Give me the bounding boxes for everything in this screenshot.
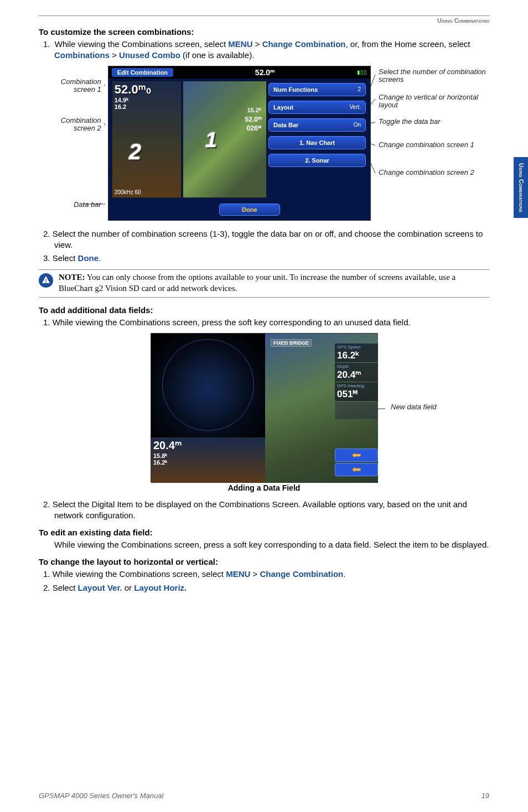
heading-add-fields: To add additional data fields:: [39, 305, 489, 315]
data-fields-column: GPS Speed 16.2ᵏ Depth 20.4ᵐ GPS Heading …: [335, 343, 378, 476]
panel-radar-sonar: 20.4ᵐ 15.8ᵏ 16.2ᵏ: [151, 334, 265, 483]
page-number: 19: [482, 792, 489, 800]
svg-line-7: [370, 161, 375, 173]
btn-num-functions[interactable]: Num Functions 2: [268, 83, 366, 96]
svg-line-5: [370, 122, 375, 123]
callout-new-data-field: New data field: [391, 403, 436, 411]
callout-change-s1: Change combination screen 1: [379, 141, 474, 149]
callouts-right: Select the number of combination screens…: [374, 66, 489, 221]
heading-edit-field: To edit an existing data field:: [39, 528, 489, 537]
titlebar: Edit Combination 52.0ᵐ ▮▯▯: [108, 66, 370, 79]
diagram-edit-combination: Combination screen 1 Combination screen …: [39, 66, 489, 221]
callout-change-s2: Change combination screen 2: [379, 169, 474, 177]
running-header: Using Combinations: [39, 17, 489, 24]
callout-toggle-databar: Toggle the data bar: [379, 118, 441, 126]
svg-line-3: [370, 75, 375, 89]
softkey-2[interactable]: [335, 463, 378, 476]
preview-area: 52.0ᵐ₀ 14.9ᵏ 16.2 2 200kHz 60 15.2ᵏ 52.0…: [112, 81, 267, 198]
btn-screen2-sonar[interactable]: 2. Sonar: [268, 154, 366, 167]
note-text: NOTE: You can only choose from the optio…: [59, 272, 489, 294]
footer-title: GPSMAP 4000 Series Owner's Manual: [39, 792, 163, 800]
svg-line-6: [370, 143, 375, 145]
data-field-empty[interactable]: [335, 402, 378, 419]
step-1: 1. While viewing the Combinations screen…: [41, 39, 489, 61]
btn-layout[interactable]: Layout Vert.: [268, 101, 366, 114]
step-8: 2. Select Layout Ver. or Layout Horiz.: [41, 582, 489, 594]
btn-screen1-navchart[interactable]: 1. Nav Chart: [268, 136, 366, 149]
figure-caption: Adding a Data Field: [39, 483, 489, 492]
step-4: 1. While viewing the Combinations screen…: [41, 317, 489, 328]
step-num: 1.: [43, 39, 50, 49]
svg-line-4: [370, 99, 375, 106]
heading-change-layout: To change the layout to horizontal or ve…: [39, 557, 489, 566]
svg-marker-8: [353, 452, 361, 457]
step-7: 1. While viewing the Combinations screen…: [41, 569, 489, 580]
step-5: 2. Select the Digital Item to be display…: [41, 499, 489, 522]
side-tab: Using Combinations: [514, 157, 528, 218]
menu-buttons: Num Functions 2 Layout Vert. Data Bar On…: [268, 83, 366, 171]
svg-line-1: [104, 123, 105, 132]
titlebar-title: Edit Combination: [112, 68, 173, 77]
preview-navchart: 15.2ᵏ 52.0ᵐ 026ᴹ 1: [183, 81, 267, 198]
sonar-mini: 20.4ᵐ 15.8ᵏ 16.2ᵏ: [151, 438, 265, 483]
diagram-add-data-field: 20.4ᵐ 15.8ᵏ 16.2ᵏ FIXED BRIDGE GPS Speed…: [39, 333, 489, 482]
page-footer: GPSMAP 4000 Series Owner's Manual 19: [39, 792, 489, 800]
screenshot-edit-combination: Edit Combination 52.0ᵐ ▮▯▯ 52.0ᵐ₀ 14.9ᵏ …: [108, 66, 371, 221]
data-field-gps-heading[interactable]: GPS Heading 051ᴹ: [335, 382, 378, 401]
btn-done[interactable]: Done: [219, 204, 280, 216]
svg-marker-9: [353, 467, 361, 472]
step-2: 2. Select the number of combination scre…: [41, 228, 489, 251]
callout-vertlayout: Change to vertical or horizontal layout: [379, 93, 489, 110]
preview-sonar: 52.0ᵐ₀ 14.9ᵏ 16.2 2 200kHz 60: [112, 81, 182, 198]
data-field-gps-speed[interactable]: GPS Speed 16.2ᵏ: [335, 343, 378, 362]
softkey-1[interactable]: [335, 449, 378, 462]
note-box: NOTE: You can only choose from the optio…: [39, 269, 489, 298]
label-fixed-bridge: FIXED BRIDGE: [271, 339, 312, 347]
step-text: While viewing the Combinations screen, s…: [54, 39, 470, 60]
radar-sweep: [162, 339, 254, 431]
note-icon: [39, 273, 53, 288]
heading-customize: To customize the screen combinations:: [39, 27, 489, 37]
titlebar-depth: 52.0ᵐ: [255, 68, 275, 77]
data-field-depth[interactable]: Depth 20.4ᵐ: [335, 363, 378, 382]
panel-chart: FIXED BRIDGE GPS Speed 16.2ᵏ Depth 20.4ᵐ…: [265, 334, 378, 483]
header-rule: [39, 15, 489, 16]
screenshot-combinations: 20.4ᵐ 15.8ᵏ 16.2ᵏ FIXED BRIDGE GPS Speed…: [151, 333, 377, 482]
step-6: While viewing the Combinations screen, p…: [41, 539, 489, 550]
callouts-left: Combination screen 1 Combination screen …: [39, 66, 105, 221]
btn-data-bar[interactable]: Data Bar On: [268, 118, 366, 132]
signal-icon: ▮▯▯: [357, 69, 367, 75]
svg-line-0: [104, 85, 105, 89]
callout-numscreens: Select the number of combination screens: [379, 68, 489, 85]
step-3: 3. Select Done.: [41, 253, 489, 264]
